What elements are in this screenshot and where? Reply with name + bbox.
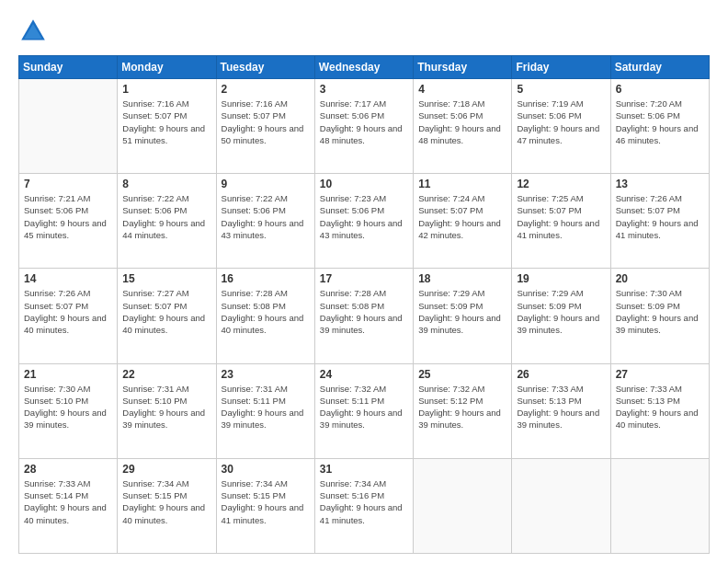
day-info: Sunrise: 7:33 AMSunset: 5:13 PMDaylight:… xyxy=(616,383,704,431)
day-info: Sunrise: 7:28 AMSunset: 5:08 PMDaylight:… xyxy=(320,287,408,336)
day-info: Sunrise: 7:21 AMSunset: 5:06 PMDaylight:… xyxy=(24,192,112,241)
calendar-cell: 10Sunrise: 7:23 AMSunset: 5:06 PMDayligh… xyxy=(314,174,413,269)
day-info: Sunrise: 7:33 AMSunset: 5:13 PMDaylight:… xyxy=(517,383,605,431)
day-info: Sunrise: 7:16 AMSunset: 5:07 PMDaylight:… xyxy=(122,98,210,146)
calendar-week-row: 14Sunrise: 7:26 AMSunset: 5:07 PMDayligh… xyxy=(19,269,710,363)
calendar-header-monday: Monday xyxy=(118,56,216,79)
calendar-cell: 17Sunrise: 7:28 AMSunset: 5:08 PMDayligh… xyxy=(314,269,413,363)
calendar-cell: 4Sunrise: 7:18 AMSunset: 5:06 PMDaylight… xyxy=(414,79,512,174)
day-number: 30 xyxy=(222,463,310,476)
day-info: Sunrise: 7:31 AMSunset: 5:10 PMDaylight:… xyxy=(122,383,210,431)
day-info: Sunrise: 7:29 AMSunset: 5:09 PMDaylight:… xyxy=(517,287,605,336)
day-info: Sunrise: 7:24 AMSunset: 5:07 PMDaylight:… xyxy=(418,192,506,241)
day-number: 11 xyxy=(418,178,506,190)
day-number: 26 xyxy=(517,368,605,381)
logo-icon xyxy=(18,17,48,46)
calendar-cell: 29Sunrise: 7:34 AMSunset: 5:15 PMDayligh… xyxy=(118,458,216,553)
day-info: Sunrise: 7:30 AMSunset: 5:10 PMDaylight:… xyxy=(24,383,112,431)
day-info: Sunrise: 7:20 AMSunset: 5:06 PMDaylight:… xyxy=(616,98,704,146)
calendar-cell: 15Sunrise: 7:27 AMSunset: 5:07 PMDayligh… xyxy=(118,269,216,363)
day-info: Sunrise: 7:33 AMSunset: 5:14 PMDaylight:… xyxy=(24,477,112,526)
calendar-cell: 24Sunrise: 7:32 AMSunset: 5:11 PMDayligh… xyxy=(314,363,413,458)
day-info: Sunrise: 7:16 AMSunset: 5:07 PMDaylight:… xyxy=(222,98,310,146)
calendar-cell xyxy=(610,458,709,553)
calendar-table: SundayMondayTuesdayWednesdayThursdayFrid… xyxy=(18,55,710,554)
calendar-cell xyxy=(19,79,118,174)
day-number: 10 xyxy=(320,178,408,190)
calendar-cell: 18Sunrise: 7:29 AMSunset: 5:09 PMDayligh… xyxy=(414,269,512,363)
page: SundayMondayTuesdayWednesdayThursdayFrid… xyxy=(0,0,728,563)
day-info: Sunrise: 7:29 AMSunset: 5:09 PMDaylight:… xyxy=(418,287,506,336)
day-number: 9 xyxy=(222,178,310,190)
day-number: 31 xyxy=(320,463,408,476)
day-number: 6 xyxy=(616,83,704,96)
day-number: 17 xyxy=(320,272,408,285)
day-number: 14 xyxy=(24,272,112,285)
calendar-header-wednesday: Wednesday xyxy=(314,56,413,79)
day-number: 25 xyxy=(418,368,506,381)
calendar-cell: 1Sunrise: 7:16 AMSunset: 5:07 PMDaylight… xyxy=(118,79,216,174)
calendar-cell: 14Sunrise: 7:26 AMSunset: 5:07 PMDayligh… xyxy=(19,269,118,363)
day-number: 5 xyxy=(517,83,605,96)
day-info: Sunrise: 7:30 AMSunset: 5:09 PMDaylight:… xyxy=(616,287,704,336)
day-number: 16 xyxy=(222,272,310,285)
calendar-cell: 27Sunrise: 7:33 AMSunset: 5:13 PMDayligh… xyxy=(610,363,709,458)
calendar-header-sunday: Sunday xyxy=(19,56,118,79)
calendar-cell: 21Sunrise: 7:30 AMSunset: 5:10 PMDayligh… xyxy=(19,363,118,458)
day-number: 8 xyxy=(122,178,210,190)
calendar-week-row: 7Sunrise: 7:21 AMSunset: 5:06 PMDaylight… xyxy=(19,174,710,269)
day-number: 19 xyxy=(517,272,605,285)
calendar-cell: 2Sunrise: 7:16 AMSunset: 5:07 PMDaylight… xyxy=(216,79,314,174)
calendar-week-row: 28Sunrise: 7:33 AMSunset: 5:14 PMDayligh… xyxy=(19,458,710,553)
day-number: 23 xyxy=(222,368,310,381)
calendar-cell: 31Sunrise: 7:34 AMSunset: 5:16 PMDayligh… xyxy=(314,458,413,553)
calendar-header-thursday: Thursday xyxy=(414,56,512,79)
calendar-header-tuesday: Tuesday xyxy=(216,56,314,79)
day-number: 4 xyxy=(418,83,506,96)
calendar-cell: 5Sunrise: 7:19 AMSunset: 5:06 PMDaylight… xyxy=(512,79,610,174)
calendar-cell xyxy=(414,458,512,553)
day-number: 20 xyxy=(616,272,704,285)
header xyxy=(18,17,710,46)
day-number: 2 xyxy=(222,83,310,96)
day-info: Sunrise: 7:34 AMSunset: 5:15 PMDaylight:… xyxy=(222,477,310,526)
day-info: Sunrise: 7:23 AMSunset: 5:06 PMDaylight:… xyxy=(320,192,408,241)
day-info: Sunrise: 7:22 AMSunset: 5:06 PMDaylight:… xyxy=(222,192,310,241)
day-number: 24 xyxy=(320,368,408,381)
calendar-cell: 30Sunrise: 7:34 AMSunset: 5:15 PMDayligh… xyxy=(216,458,314,553)
calendar-cell: 13Sunrise: 7:26 AMSunset: 5:07 PMDayligh… xyxy=(610,174,709,269)
day-info: Sunrise: 7:34 AMSunset: 5:16 PMDaylight:… xyxy=(320,477,408,526)
day-number: 1 xyxy=(122,83,210,96)
calendar-cell: 23Sunrise: 7:31 AMSunset: 5:11 PMDayligh… xyxy=(216,363,314,458)
calendar-header-saturday: Saturday xyxy=(610,56,709,79)
calendar-cell: 22Sunrise: 7:31 AMSunset: 5:10 PMDayligh… xyxy=(118,363,216,458)
day-number: 3 xyxy=(320,83,408,96)
day-info: Sunrise: 7:34 AMSunset: 5:15 PMDaylight:… xyxy=(122,477,210,526)
calendar-cell: 8Sunrise: 7:22 AMSunset: 5:06 PMDaylight… xyxy=(118,174,216,269)
day-number: 13 xyxy=(616,178,704,190)
calendar-header-row: SundayMondayTuesdayWednesdayThursdayFrid… xyxy=(19,56,710,79)
day-info: Sunrise: 7:26 AMSunset: 5:07 PMDaylight:… xyxy=(616,192,704,241)
calendar-cell: 19Sunrise: 7:29 AMSunset: 5:09 PMDayligh… xyxy=(512,269,610,363)
calendar-cell xyxy=(512,458,610,553)
day-info: Sunrise: 7:26 AMSunset: 5:07 PMDaylight:… xyxy=(24,287,112,336)
day-info: Sunrise: 7:25 AMSunset: 5:07 PMDaylight:… xyxy=(517,192,605,241)
calendar-cell: 6Sunrise: 7:20 AMSunset: 5:06 PMDaylight… xyxy=(610,79,709,174)
calendar-week-row: 1Sunrise: 7:16 AMSunset: 5:07 PMDaylight… xyxy=(19,79,710,174)
day-info: Sunrise: 7:32 AMSunset: 5:11 PMDaylight:… xyxy=(320,383,408,431)
calendar-cell: 26Sunrise: 7:33 AMSunset: 5:13 PMDayligh… xyxy=(512,363,610,458)
day-number: 29 xyxy=(122,463,210,476)
day-info: Sunrise: 7:19 AMSunset: 5:06 PMDaylight:… xyxy=(517,98,605,146)
day-number: 15 xyxy=(122,272,210,285)
day-info: Sunrise: 7:31 AMSunset: 5:11 PMDaylight:… xyxy=(222,383,310,431)
calendar-cell: 12Sunrise: 7:25 AMSunset: 5:07 PMDayligh… xyxy=(512,174,610,269)
day-number: 22 xyxy=(122,368,210,381)
day-info: Sunrise: 7:22 AMSunset: 5:06 PMDaylight:… xyxy=(122,192,210,241)
calendar-cell: 28Sunrise: 7:33 AMSunset: 5:14 PMDayligh… xyxy=(19,458,118,553)
day-number: 7 xyxy=(24,178,112,190)
day-number: 27 xyxy=(616,368,704,381)
day-info: Sunrise: 7:18 AMSunset: 5:06 PMDaylight:… xyxy=(418,98,506,146)
day-info: Sunrise: 7:27 AMSunset: 5:07 PMDaylight:… xyxy=(122,287,210,336)
day-info: Sunrise: 7:32 AMSunset: 5:12 PMDaylight:… xyxy=(418,383,506,431)
day-number: 12 xyxy=(517,178,605,190)
